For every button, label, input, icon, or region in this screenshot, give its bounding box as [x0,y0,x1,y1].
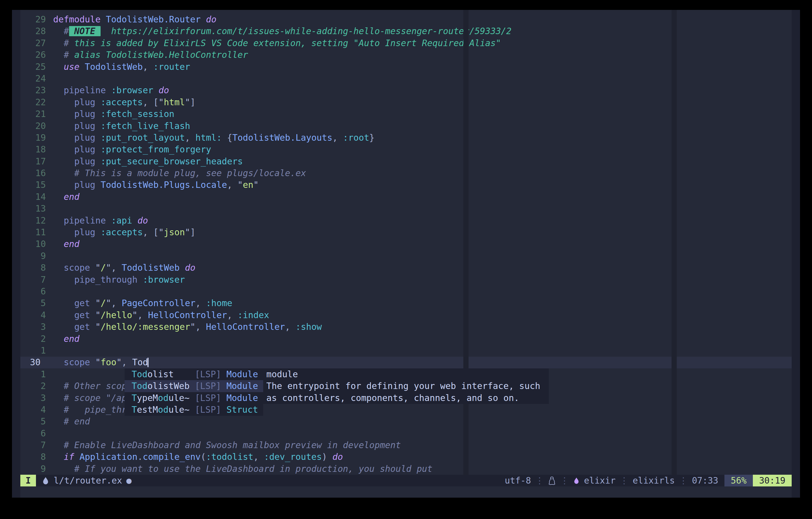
separator-icon: ⋮ [679,475,688,486]
line-number: 22 [20,96,46,108]
scroll-percent-badge: 56% [724,475,753,486]
line-number: 4 [20,309,46,321]
code-text: plug :protect_from_forgery [53,144,211,154]
text-cursor [147,358,148,367]
code-text: scope "foo", Tod [53,357,148,367]
line-number: 3 [20,392,46,404]
line-number: 26 [20,49,46,61]
current-line-number: 30 [20,356,46,368]
line-number: 9 [20,250,46,262]
statusline: I l/t/router.ex ● utf-8 ⋮ [12,475,800,486]
code-text: plug :fetch_session [53,109,174,119]
completion-item[interactable]: TestModule~ [LSP] Struct [124,404,263,415]
code-text: scope "/", TodolistWeb do [53,263,196,273]
modified-dot-icon: ● [126,475,132,486]
linux-penguin-icon [548,476,556,486]
line-number: 2 [20,333,46,345]
doc-line: as controllers, components, channels, an… [266,392,549,404]
completion-item[interactable]: Todolist [LSP] Module [124,368,263,380]
line-number: 17 [20,155,46,167]
code-text: # end [53,416,90,427]
code-text: plug :put_root_layout, html: {TodolistWe… [53,133,374,143]
completion-kind: Module [227,393,258,403]
code-text: plug TodolistWeb.Plugs.Locale, "en" [53,180,259,190]
line-number: 19 [20,132,46,144]
code-text: end [53,334,80,344]
line-number: 25 [20,61,46,73]
line-number: 1 [20,368,46,380]
mode-indicator: I [20,475,36,486]
line-number: 8 [20,451,46,463]
terminal-screen: 29defmodule TodolistWeb.Router do28 # NO… [0,0,812,519]
line-number: 7 [20,274,46,286]
clock: 07:33 [692,475,718,486]
code-text: # this is added by ElixirLS VS Code exte… [53,38,501,48]
completion-kind: Module [227,369,258,379]
line-number: 27 [20,37,46,49]
code-text: # pipe_thr [53,405,127,415]
code-text: # Other scop [53,381,127,391]
code-text: plug :put_secure_browser_headers [53,156,243,167]
code-text: get "/hello", HelloController, :index [53,310,269,320]
completion-source: [LSP] [195,393,227,403]
left-padding [12,10,20,498]
line-number: 23 [20,84,46,96]
completion-source: [LSP] [195,405,227,415]
doc-line: The entrypoint for defining your web int… [266,380,549,392]
code-text: end [53,239,80,249]
line-number: 21 [20,108,46,120]
code-text: if Application.compile_env(:todolist, :d… [53,452,343,462]
code-text: plug :fetch_live_flash [53,121,190,131]
line-number: 29 [20,13,46,25]
code-text: # NOTE https://elixirforum.com/t/issues-… [53,26,512,36]
color-column-120 [671,10,677,475]
code-text: # If you want to use the LiveDashboard i… [53,464,433,474]
completion-item[interactable]: TypeModule~ [LSP] Module [124,392,263,404]
line-number: 12 [20,215,46,226]
lsp-client-label: elixirls [633,475,675,486]
line-number: 13 [20,203,46,214]
line-number: 14 [20,191,46,203]
line-number: 4 [20,404,46,415]
filename[interactable]: l/t/router.ex [54,475,122,486]
code-text: get "/", PageController, :home [53,298,232,308]
code-text: get "/hello/:messenger", HelloController… [53,322,322,332]
line-number: 1 [20,345,46,356]
code-text: end [53,192,80,202]
separator-icon: ⋮ [535,475,544,486]
code-text: # Enable LiveDashboard and Swoosh mailbo… [53,440,401,450]
line-number: 28 [20,25,46,37]
completion-item[interactable]: TodolistWeb [LSP] Module [124,380,263,392]
doc-line: module [266,368,549,380]
code-text: pipe_through :browser [53,275,185,285]
code-text: # alias TodolistWeb.HelloController [53,50,248,60]
line-number: 24 [20,73,46,84]
line-number: 2 [20,380,46,392]
line-number: 6 [20,428,46,439]
line-number: 16 [20,167,46,179]
code-text: # This is a module plug, see plugs/local… [53,168,306,178]
line-number: 5 [20,297,46,309]
line-number: 5 [20,415,46,427]
completion-kind: Module [227,381,258,391]
code-text: pipeline :api do [53,215,148,226]
line-number: 18 [20,144,46,155]
code-text: # scope "/ap [53,393,127,403]
right-padding [792,10,800,498]
elixir-drop-icon [42,476,50,486]
line-number: 8 [20,262,46,273]
code-text: pipeline :browser do [53,85,169,95]
language-label: elixir [584,475,615,486]
completion-source: [LSP] [195,381,227,391]
neovim-window: 29defmodule TodolistWeb.Router do28 # NO… [12,10,800,498]
line-number: 20 [20,120,46,132]
line-number: 11 [20,226,46,238]
separator-icon: ⋮ [560,475,569,486]
completion-docs: moduleThe entrypoint for defining your w… [263,368,549,404]
line-number: 7 [20,439,46,451]
color-column-80 [463,10,468,475]
elixir-language-icon [573,476,580,486]
code-text: defmodule TodolistWeb.Router do [53,14,216,25]
code-text: plug :accepts, ["html"] [53,97,196,107]
completion-popup[interactable]: Todolist [LSP] ModuleTodolistWeb [LSP] M… [124,368,263,416]
